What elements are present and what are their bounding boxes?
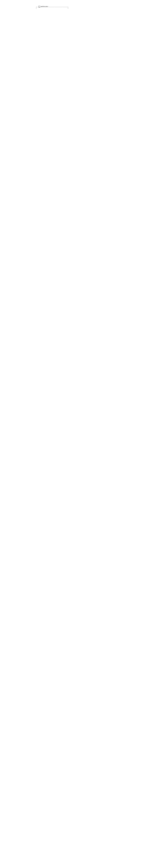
- attribute-group-icon: ▭: [38, 6, 40, 7]
- group-title: ▭attributes: [38, 5, 49, 7]
- attributes-group: ▭attributes: [36, 7, 68, 9]
